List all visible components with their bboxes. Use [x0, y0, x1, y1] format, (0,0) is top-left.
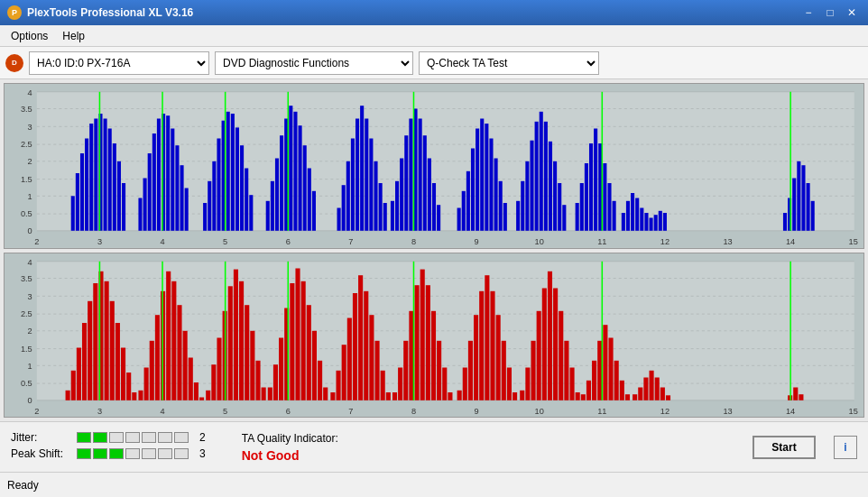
svg-rect-47: [143, 179, 147, 231]
drive-icon: D: [5, 54, 23, 72]
svg-rect-261: [463, 367, 467, 400]
svg-text:2.5: 2.5: [21, 308, 32, 318]
svg-rect-265: [485, 275, 489, 400]
svg-rect-65: [240, 145, 244, 231]
svg-rect-101: [457, 208, 461, 231]
svg-rect-54: [175, 145, 179, 231]
svg-rect-268: [502, 340, 506, 400]
svg-rect-250: [398, 367, 402, 400]
svg-text:1: 1: [28, 360, 32, 370]
svg-rect-295: [655, 377, 660, 400]
svg-rect-237: [323, 387, 328, 400]
function-selector[interactable]: DVD Diagnostic Functions: [215, 51, 413, 75]
title-left: P PlexTools Professional XL V3.16: [7, 5, 193, 20]
svg-rect-254: [420, 269, 425, 400]
menu-help[interactable]: Help: [55, 28, 92, 44]
svg-rect-78: [312, 191, 316, 231]
svg-rect-216: [206, 390, 210, 400]
svg-rect-213: [189, 357, 193, 400]
bottom-panel: Jitter: 2 Peak Shift:: [0, 421, 868, 472]
title-text: PlexTools Professional XL V3.16: [27, 6, 193, 19]
svg-rect-86: [369, 139, 373, 231]
svg-rect-253: [415, 285, 420, 400]
svg-rect-129: [603, 163, 606, 231]
svg-rect-117: [540, 112, 543, 231]
svg-rect-289: [620, 380, 624, 400]
svg-rect-211: [177, 305, 181, 400]
svg-text:3: 3: [97, 236, 102, 246]
drive-selector[interactable]: HA:0 ID:0 PX-716A: [29, 51, 209, 75]
maximize-button[interactable]: □: [821, 5, 839, 21]
svg-text:10: 10: [535, 405, 544, 415]
toolbar: D HA:0 ID:0 PX-716A DVD Diagnostic Funct…: [0, 47, 868, 79]
svg-rect-90: [391, 201, 394, 231]
svg-rect-58: [208, 181, 211, 231]
jitter-value: 2: [199, 431, 206, 444]
svg-text:0.5: 0.5: [21, 378, 32, 388]
minimize-button[interactable]: −: [799, 5, 817, 21]
app-icon: P: [7, 5, 22, 20]
close-button[interactable]: ✕: [843, 5, 861, 21]
svg-rect-50: [157, 119, 161, 231]
ta-quality-label: TA Quality Indicator:: [242, 432, 338, 445]
svg-text:1: 1: [28, 190, 32, 200]
test-selector[interactable]: Q-Check TA Test: [419, 51, 599, 75]
svg-text:3.5: 3.5: [21, 103, 32, 113]
svg-rect-270: [512, 392, 517, 400]
start-button[interactable]: Start: [753, 436, 816, 459]
svg-rect-278: [559, 310, 563, 400]
svg-rect-109: [494, 159, 498, 231]
svg-rect-283: [586, 380, 591, 400]
svg-rect-85: [365, 119, 368, 231]
info-button[interactable]: i: [834, 436, 857, 459]
svg-rect-245: [369, 315, 374, 400]
ta-quality-section: TA Quality Indicator: Not Good: [242, 432, 338, 463]
svg-rect-147: [807, 183, 810, 231]
svg-text:3: 3: [97, 405, 102, 415]
svg-rect-222: [239, 281, 244, 400]
svg-rect-234: [307, 305, 311, 400]
svg-rect-123: [576, 203, 579, 231]
svg-rect-57: [203, 203, 207, 231]
svg-rect-246: [374, 340, 379, 400]
svg-rect-139: [654, 215, 658, 231]
svg-text:12: 12: [660, 405, 669, 415]
svg-rect-141: [663, 213, 667, 231]
svg-text:0: 0: [28, 394, 32, 404]
svg-rect-287: [608, 337, 613, 400]
svg-rect-131: [613, 201, 616, 231]
peak-shift-bar-3: [109, 448, 124, 459]
svg-rect-264: [479, 290, 484, 400]
svg-text:8: 8: [411, 236, 416, 246]
svg-rect-300: [799, 394, 803, 400]
svg-rect-256: [431, 310, 436, 400]
svg-rect-288: [614, 360, 619, 400]
peak-shift-bar: [77, 448, 189, 459]
svg-text:15: 15: [849, 236, 858, 246]
svg-text:4: 4: [160, 236, 165, 246]
svg-rect-240: [342, 345, 346, 400]
svg-rect-271: [520, 390, 524, 400]
jitter-bar-5: [142, 432, 156, 443]
svg-rect-138: [650, 218, 653, 231]
svg-text:13: 13: [723, 236, 732, 246]
svg-text:3.5: 3.5: [21, 272, 32, 282]
svg-rect-125: [585, 163, 588, 231]
svg-rect-80: [342, 185, 346, 231]
svg-rect-214: [194, 382, 199, 400]
svg-rect-130: [607, 183, 611, 231]
svg-rect-81: [346, 161, 350, 231]
svg-rect-127: [594, 129, 597, 231]
svg-rect-98: [428, 159, 431, 231]
peak-shift-row: Peak Shift: 3: [11, 447, 206, 460]
svg-text:10: 10: [535, 236, 544, 246]
svg-rect-210: [171, 281, 176, 400]
svg-rect-279: [564, 340, 568, 400]
svg-rect-196: [93, 283, 97, 400]
svg-rect-204: [138, 390, 143, 400]
svg-rect-112: [516, 201, 520, 231]
menu-options[interactable]: Options: [4, 28, 55, 44]
status-text: Ready: [7, 479, 39, 492]
svg-rect-241: [347, 318, 352, 400]
svg-text:2: 2: [34, 405, 39, 415]
